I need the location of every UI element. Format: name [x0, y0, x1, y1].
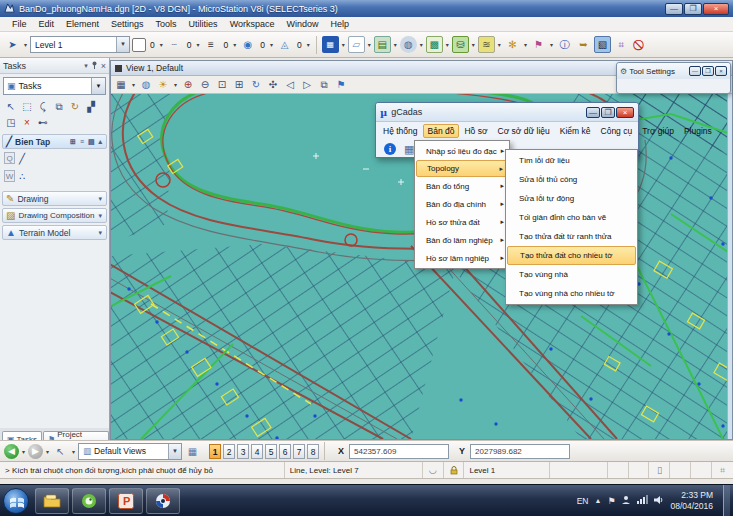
menu-item-ban-do-dia-chinh[interactable]: Bản đồ địa chính▸	[416, 195, 508, 213]
section-drawing-composition[interactable]: ▨ Drawing Composition ▾	[2, 208, 107, 223]
view-flags-icon[interactable]: ⚑	[334, 79, 348, 90]
element-info-icon[interactable]: ⓘ	[556, 36, 573, 53]
view-toggle-4[interactable]: 4	[251, 444, 263, 459]
menu-settings[interactable]: Settings	[105, 19, 150, 29]
window-area-icon[interactable]: ⊡	[215, 79, 229, 90]
rotate-view-icon[interactable]: ↻	[249, 79, 263, 90]
view-toggle-7[interactable]: 7	[293, 444, 305, 459]
color-caret-icon[interactable]: ▾	[160, 41, 163, 48]
raster-manager-icon[interactable]: ▩	[426, 36, 443, 53]
line-weight-icon[interactable]: ≡	[203, 36, 220, 53]
new-file-icon[interactable]: ▱	[348, 36, 365, 53]
submenu-item-tao-vung-nha[interactable]: Tạo vùng nhà	[507, 265, 636, 284]
submenu-item-sua-loi-thu-cong[interactable]: Sửa lỗi thủ công	[507, 170, 636, 189]
menu-item-nhap-so-lieu[interactable]: Nhập số liệu đo đạc▸	[416, 142, 508, 160]
task-row-q[interactable]: Q ╱	[0, 149, 109, 167]
submenu-item-sua-loi-tu-dong[interactable]: Sửa lỗi tự động	[507, 189, 636, 208]
copy-tool-icon[interactable]: ⧉	[52, 100, 66, 114]
fence-tool-icon[interactable]: ⬚	[20, 100, 34, 114]
active-level-status[interactable]: Level 1	[464, 462, 550, 478]
pointer-caret-icon[interactable]: ▾	[72, 448, 75, 455]
element-selection-icon[interactable]: ➤	[4, 36, 21, 53]
gcadas-minimize-button[interactable]: —	[586, 107, 600, 118]
bien-tap-view-icons[interactable]: ⊞ ≡ ▤ ▴	[70, 138, 103, 146]
element-class-icon[interactable]: ◉	[239, 36, 256, 53]
gcadas-grid-icon[interactable]: ▦	[404, 143, 414, 156]
view-previous-icon[interactable]: ◁	[283, 79, 297, 90]
tool-settings-titlebar[interactable]: ⚙ Tool Settings — ❐ ×	[617, 63, 730, 79]
view-next-icon[interactable]: ▷	[300, 79, 314, 90]
pan-view-icon[interactable]: ✣	[266, 79, 280, 90]
view-attributes-icon[interactable]: ▦	[114, 79, 128, 90]
active-color-swatch[interactable]	[132, 38, 146, 52]
view-menu-icon[interactable]	[115, 65, 122, 72]
gcadas-menu-kiem-ke[interactable]: Kiểm kê	[555, 124, 596, 138]
menu-tools[interactable]: Tools	[150, 19, 183, 29]
view-groups-icon[interactable]: ▦	[184, 443, 201, 460]
models-caret-icon[interactable]: ▾	[342, 41, 345, 48]
line-style-caret-icon[interactable]: ▾	[197, 41, 200, 48]
user-account-icon[interactable]	[621, 495, 631, 507]
menu-workspace[interactable]: Workspace	[224, 19, 281, 29]
fence-icon[interactable]: ⌗	[613, 36, 630, 53]
taskbar-clock[interactable]: 2:33 PM 08/04/2016	[670, 490, 717, 510]
tool-settings-close-button[interactable]: ×	[715, 66, 727, 76]
panel-pin-icon[interactable]	[91, 61, 98, 70]
menu-window[interactable]: Window	[280, 19, 324, 29]
transparency-caret-icon[interactable]: ▾	[307, 41, 310, 48]
action-center-flag-icon[interactable]: ⚑	[607, 496, 615, 506]
gcadas-menu-tro-giup[interactable]: Trợ giúp	[637, 124, 679, 138]
tasks-combo-arrow-icon[interactable]: ▼	[91, 78, 105, 94]
view-toggle-5[interactable]: 5	[265, 444, 277, 459]
view-forward-caret-icon[interactable]: ▾	[46, 448, 49, 455]
view-toggle-1[interactable]: 1	[209, 444, 221, 459]
delete-element-icon[interactable]: ⃠	[632, 36, 649, 53]
section-terrain-model[interactable]: ▲ Terrain Model ▾	[2, 225, 107, 240]
view-attributes-caret-icon[interactable]: ▾	[132, 81, 135, 88]
saved-views-arrow-icon[interactable]: ▼	[168, 444, 181, 459]
locks-caret-icon[interactable]: ▾	[550, 41, 553, 48]
gcadas-titlebar[interactable]: µ gCadas — ❐ ×	[376, 103, 638, 122]
measure-tool-icon[interactable]: ⊷	[36, 116, 50, 130]
y-coordinate-field[interactable]: 2027989.682	[470, 444, 570, 459]
taskbar-explorer-icon[interactable]	[35, 488, 69, 514]
submenu-item-toi-gian-dinh[interactable]: Tối giản đỉnh cho bản vẽ	[507, 208, 636, 227]
submenu-item-tao-vung-nha-nhieu-to[interactable]: Tạo vùng nhà cho nhiều tờ	[507, 284, 636, 303]
taskbar-gcadas-icon[interactable]	[146, 488, 180, 514]
start-button[interactable]	[3, 488, 29, 514]
view-brightness-icon[interactable]: ☀	[156, 79, 170, 90]
levels-caret-icon[interactable]: ▾	[498, 41, 501, 48]
snap-mode-icon[interactable]: ◡	[423, 462, 444, 478]
class-caret-icon[interactable]: ▾	[270, 41, 273, 48]
submenu-item-tim-loi-du-lieu[interactable]: Tìm lỗi dữ liệu	[507, 151, 636, 170]
selection-caret-icon[interactable]: ▾	[24, 41, 27, 48]
modify-tool-icon[interactable]: ◳	[4, 116, 18, 130]
gcadas-menu-he-thong[interactable]: Hệ thống	[378, 124, 423, 138]
section-bien-tap[interactable]: ╱ Bien Tap ⊞ ≡ ▤ ▴	[2, 134, 107, 149]
line-style-icon[interactable]: ┄	[166, 36, 183, 53]
panel-dropdown-icon[interactable]: ▾	[84, 62, 88, 70]
menu-item-ban-do-lam-nghiep[interactable]: Bản đồ lâm nghiệp▸	[416, 231, 508, 249]
taskbar-browser-icon[interactable]	[72, 488, 106, 514]
database-caret-icon[interactable]: ▾	[472, 41, 475, 48]
zoom-in-icon[interactable]: ⊕	[181, 79, 195, 90]
menu-item-topology[interactable]: Topology▸	[416, 160, 508, 177]
select-tool-icon[interactable]: ↖	[4, 100, 18, 114]
taskbar-powerpoint-icon[interactable]: P	[109, 488, 143, 514]
references-caret-icon[interactable]: ▾	[394, 41, 397, 48]
view-back-icon[interactable]: ◀	[4, 444, 19, 459]
task-row-w[interactable]: W ∴	[0, 167, 109, 185]
gcadas-menu-csdl[interactable]: Cơ sở dữ liệu	[493, 124, 555, 138]
gcadas-menu-plugins[interactable]: Plugins	[679, 124, 717, 138]
active-level-combo[interactable]: Level 1 ▼	[30, 36, 130, 53]
menu-help[interactable]: Help	[325, 19, 356, 29]
menu-utilities[interactable]: Utilities	[183, 19, 224, 29]
fence-status-icon[interactable]: ⌗	[712, 462, 733, 478]
gcadas-menu-cong-cu[interactable]: Công cụ	[596, 124, 638, 138]
models-icon[interactable]: ▦	[322, 36, 339, 53]
rotate-tool-icon[interactable]: ↻	[68, 100, 82, 114]
levels-icon[interactable]: ≋	[478, 36, 495, 53]
raster-caret-icon[interactable]: ▾	[446, 41, 449, 48]
snaps-caret-icon[interactable]: ▾	[524, 41, 527, 48]
maximize-button[interactable]: ❐	[684, 3, 702, 15]
